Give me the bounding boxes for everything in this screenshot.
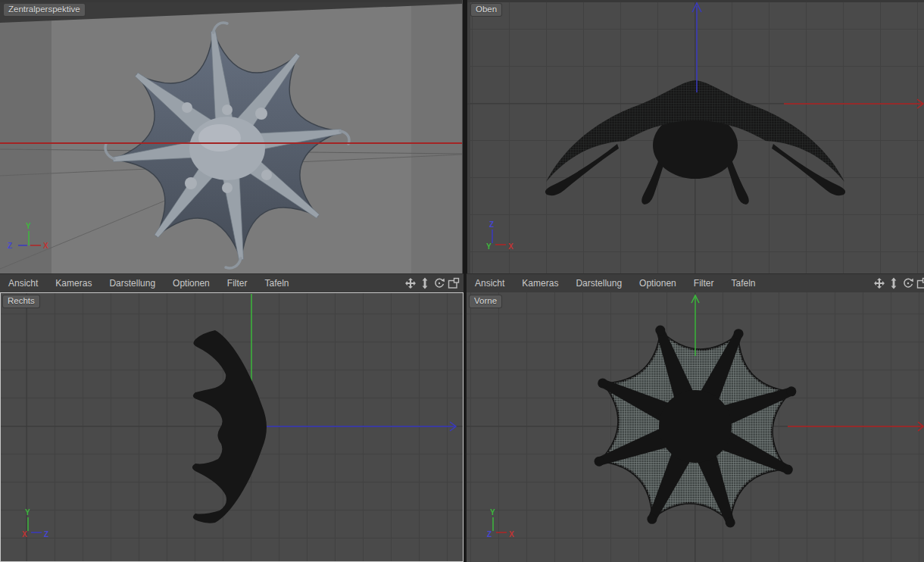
pan-view-icon[interactable] (404, 277, 417, 289)
menu-kameras[interactable]: Kameras (55, 278, 92, 289)
menu-optionen[interactable]: Optionen (173, 278, 210, 289)
perspective-scene (0, 0, 462, 273)
menu-filter[interactable]: Filter (227, 278, 248, 289)
menu-kameras[interactable]: Kameras (522, 278, 558, 289)
viewport-right[interactable]: Rechts Y X Z (0, 292, 464, 562)
viewport-top[interactable]: Oben Z Y X (467, 0, 924, 273)
viewport-front[interactable]: Vorne Y Z X (467, 292, 924, 562)
dolly-zoom-icon[interactable] (888, 277, 900, 289)
viewport-menubar-right: Ansicht Kameras Darstellung Optionen Fil… (467, 273, 924, 292)
menu-optionen[interactable]: Optionen (639, 278, 676, 289)
pan-view-icon[interactable] (873, 277, 885, 289)
front-scene (467, 292, 924, 562)
dolly-zoom-icon[interactable] (419, 277, 431, 289)
menu-tafeln[interactable]: Tafeln (731, 278, 755, 289)
rotate-view-icon[interactable] (902, 277, 914, 289)
viewport-label-right: Rechts (2, 295, 40, 308)
toggle-viewport-icon[interactable] (916, 277, 924, 289)
viewport-menubar-left: Ansicht Kameras Darstellung Optionen Fil… (0, 273, 464, 292)
c4d-four-view-layout: Zentralperspektive Y Z X (0, 0, 924, 562)
viewport-perspective[interactable]: Zentralperspektive Y Z X (0, 0, 462, 273)
menu-ansicht[interactable]: Ansicht (8, 278, 38, 289)
viewport-label-perspective: Zentralperspektive (3, 3, 86, 17)
viewport-label-front: Vorne (469, 295, 502, 308)
toggle-viewport-icon[interactable] (448, 277, 460, 289)
menu-ansicht[interactable]: Ansicht (475, 278, 504, 289)
right-scene (0, 292, 464, 562)
menu-tafeln[interactable]: Tafeln (264, 278, 289, 289)
rotate-view-icon[interactable] (433, 277, 445, 289)
viewport-label-top: Oben (470, 3, 502, 17)
menu-filter[interactable]: Filter (694, 278, 714, 289)
menu-darstellung[interactable]: Darstellung (109, 278, 155, 289)
menu-darstellung[interactable]: Darstellung (576, 278, 622, 289)
top-scene (467, 0, 924, 273)
